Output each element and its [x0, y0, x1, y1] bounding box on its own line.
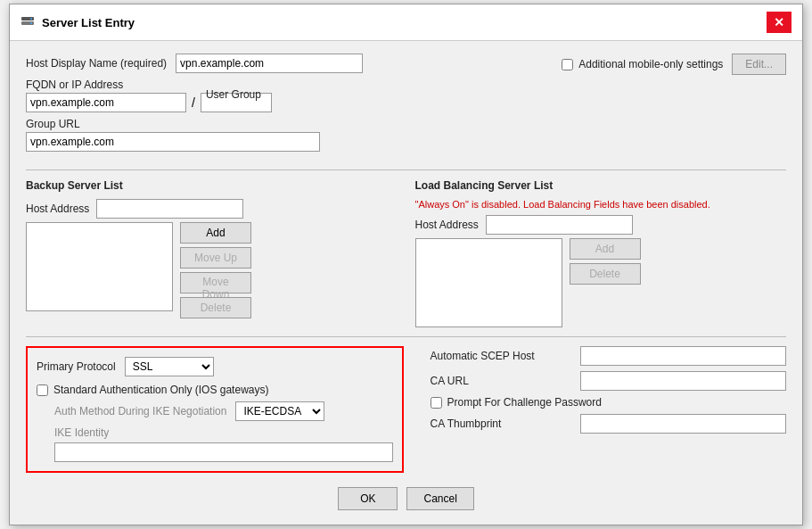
lb-buttons: Add Delete — [570, 238, 641, 327]
prompt-challenge-label: Prompt For Challenge Password — [447, 396, 602, 409]
lb-server-list — [415, 238, 562, 327]
group-url-section: Group URL — [26, 118, 363, 152]
top-section: Host Display Name (required) FQDN or IP … — [26, 54, 786, 161]
ca-thumbprint-input[interactable] — [580, 414, 787, 434]
host-display-name-section: Host Display Name (required) FQDN or IP … — [26, 54, 363, 161]
backup-delete-button[interactable]: Delete — [180, 297, 251, 318]
backup-server-panel: Backup Server List Host Address Add Move… — [26, 179, 398, 327]
mobile-settings-section: Additional mobile-only settings Edit... — [562, 54, 786, 75]
backup-move-down-button[interactable]: Move Down — [180, 272, 251, 293]
standard-auth-row: Standard Authentication Only (IOS gatewa… — [37, 384, 393, 396]
server-icon — [21, 15, 35, 29]
close-button[interactable]: ✕ — [767, 12, 791, 33]
standard-auth-checkbox[interactable] — [37, 384, 48, 396]
dialog-body: Host Display Name (required) FQDN or IP … — [10, 41, 802, 525]
title-bar-left: Server List Entry — [21, 15, 135, 29]
load-balancing-title: Load Balancing Server List — [415, 179, 787, 192]
ike-identity-input[interactable] — [54, 442, 393, 462]
backup-host-address-label: Host Address — [26, 203, 89, 215]
prompt-challenge-checkbox[interactable] — [431, 397, 442, 409]
svg-point-2 — [30, 18, 32, 20]
user-group-label: User Group — [206, 88, 277, 101]
ok-button[interactable]: OK — [338, 487, 398, 510]
prompt-challenge-row: Prompt For Challenge Password — [431, 396, 787, 409]
backup-server-list — [26, 222, 173, 311]
backup-server-title: Backup Server List — [26, 179, 398, 192]
standard-auth-label: Standard Authentication Only (IOS gatewa… — [53, 384, 268, 396]
primary-protocol-panel: Primary Protocol SSL IPsec Standard Auth… — [26, 346, 404, 473]
separator-2 — [26, 336, 786, 337]
primary-protocol-select[interactable]: SSL IPsec — [125, 357, 214, 376]
automatic-scep-row: Automatic SCEP Host — [431, 346, 787, 366]
primary-protocol-label: Primary Protocol — [37, 360, 116, 373]
load-balancing-panel: Load Balancing Server List "Always On" i… — [415, 179, 787, 327]
ca-url-row: CA URL — [431, 371, 787, 391]
additional-mobile-label: Additional mobile-only settings — [578, 58, 723, 70]
ike-identity-label: IKE Identity — [54, 426, 393, 439]
cancel-button[interactable]: Cancel — [406, 487, 473, 510]
auth-method-select[interactable]: IKE-ECDSA IKE-RSA Hybrid — [235, 401, 324, 421]
title-bar: Server List Entry ✕ — [10, 4, 802, 41]
dialog-title: Server List Entry — [42, 16, 135, 29]
backup-add-button[interactable]: Add — [180, 222, 251, 244]
protocol-row: Primary Protocol SSL IPsec — [37, 357, 393, 376]
lb-host-address-input[interactable] — [486, 215, 633, 235]
host-display-name-label: Host Display Name (required) — [26, 57, 167, 70]
right-fields-panel: Automatic SCEP Host CA URL Prompt For Ch… — [422, 346, 787, 473]
additional-mobile-checkbox[interactable] — [562, 59, 573, 70]
ca-thumbprint-label: CA Thumbprint — [431, 417, 573, 430]
ca-thumbprint-row: CA Thumbprint — [431, 414, 787, 434]
load-balancing-note: "Always On" is disabled. Load Balancing … — [415, 199, 787, 210]
lb-add-button[interactable]: Add — [570, 238, 641, 260]
separator-1 — [26, 169, 786, 170]
lb-delete-button[interactable]: Delete — [570, 263, 641, 285]
bottom-section: Primary Protocol SSL IPsec Standard Auth… — [26, 346, 786, 473]
ca-url-label: CA URL — [431, 375, 573, 387]
fqdn-section: FQDN or IP Address / User Group — [26, 79, 363, 112]
group-url-input[interactable] — [26, 132, 320, 152]
ike-identity-section: IKE Identity — [37, 426, 393, 462]
ca-url-input[interactable] — [580, 371, 787, 391]
lb-inputs: Host Address Add Delete — [415, 215, 641, 327]
backup-move-up-button[interactable]: Move Up — [180, 247, 251, 269]
bottom-buttons: OK Cancel — [26, 480, 786, 516]
svg-point-3 — [30, 22, 32, 24]
automatic-scep-label: Automatic SCEP Host — [431, 350, 573, 362]
server-list-entry-dialog: Server List Entry ✕ Host Display Name (r… — [9, 4, 803, 525]
lb-host-address-label: Host Address — [415, 219, 479, 231]
backup-buttons: Add Move Up Move Down Delete — [180, 222, 251, 318]
backup-server-inputs: Host Address Add Move Up Move Down Delet… — [26, 199, 251, 318]
edit-button[interactable]: Edit... — [732, 54, 786, 75]
slash-divider: / — [192, 95, 195, 110]
ike-method-row: Auth Method During IKE Negotiation IKE-E… — [54, 401, 393, 421]
group-url-label: Group URL — [26, 118, 363, 130]
backup-host-address-input[interactable] — [96, 199, 243, 219]
host-display-name-input[interactable] — [176, 54, 363, 73]
automatic-scep-input[interactable] — [580, 346, 787, 366]
auth-method-label: Auth Method During IKE Negotiation — [54, 405, 226, 417]
fqdn-input[interactable] — [26, 93, 186, 112]
server-lists-section: Backup Server List Host Address Add Move… — [26, 179, 786, 327]
